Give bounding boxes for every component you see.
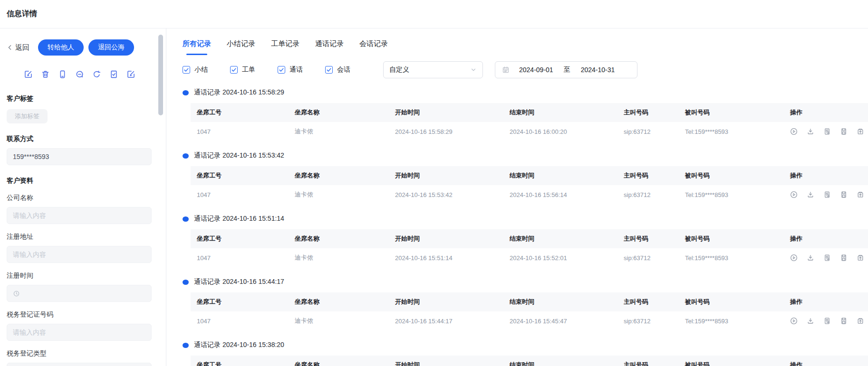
record-doc-icon[interactable] (840, 254, 848, 262)
table-header-row: 坐席工号坐席名称开始时间结束时间主叫号码被叫号码操作 (191, 229, 868, 248)
date-range-picker[interactable]: 2024-09-01 至 2024-10-31 (495, 61, 637, 78)
customer-tags-title: 客户标签 (7, 94, 152, 103)
tab-call-records[interactable]: 通话记录 (315, 39, 344, 55)
record-header: 通话记录 2024-10-16 15:38:20 (183, 341, 868, 349)
end-time-cell: 2024-10-16 15:56:14 (503, 191, 617, 198)
column-header: 坐席名称 (289, 171, 389, 180)
table-row: 1047迪卡侬2024-10-16 15:44:172024-10-16 15:… (191, 311, 868, 330)
date-end[interactable]: 2024-10-31 (581, 66, 615, 74)
filter-checkbox-summary[interactable]: 小结 (183, 66, 208, 74)
column-header: 被叫号码 (679, 108, 784, 117)
table-header-row: 坐席工号坐席名称开始时间结束时间主叫号码被叫号码操作 (191, 166, 868, 185)
download-icon[interactable] (807, 128, 814, 135)
tab-session-records[interactable]: 会话记录 (359, 39, 388, 55)
mobile-icon[interactable] (58, 70, 67, 79)
timeline-dot-icon (183, 216, 189, 222)
tax-reg-number-input[interactable] (7, 324, 152, 341)
page-title: 信息详情 (7, 9, 37, 19)
message-icon[interactable] (75, 70, 84, 79)
play-circle-icon[interactable] (790, 128, 798, 135)
detail-search-icon[interactable] (823, 254, 831, 262)
caller-cell: sip:63712 (617, 254, 679, 262)
table-row: 1047迪卡侬2024-10-16 15:51:142024-10-16 15:… (191, 248, 868, 267)
column-header: 坐席工号 (191, 361, 289, 366)
return-pool-button[interactable]: 退回公海 (88, 39, 134, 56)
column-header: 坐席名称 (289, 235, 389, 243)
checkbox-checked-icon (183, 66, 190, 74)
record-body: 坐席工号坐席名称开始时间结束时间主叫号码被叫号码操作 1047迪卡侬2024-1… (183, 229, 868, 267)
timeline-dot-icon (183, 343, 189, 348)
table-header-row: 坐席工号坐席名称开始时间结束时间主叫号码被叫号码操作 (191, 292, 868, 311)
column-header: 坐席名称 (289, 298, 389, 306)
archive-icon[interactable] (857, 191, 864, 198)
scrollbar-thumb[interactable] (158, 35, 163, 115)
company-name-input[interactable] (7, 207, 152, 224)
task-check-icon[interactable] (109, 70, 118, 79)
filter-checkbox-session[interactable]: 会话 (325, 66, 350, 74)
table-header-row: 坐席工号坐席名称开始时间结束时间主叫号码被叫号码操作 (191, 103, 868, 122)
column-header: 结束时间 (503, 298, 617, 306)
registered-address-input[interactable] (7, 246, 152, 263)
topbar: 信息详情 (0, 0, 868, 28)
tax-reg-number-label: 税务登记证号码 (7, 310, 152, 319)
start-time-cell: 2024-10-16 15:58:29 (389, 128, 503, 135)
timeline-record: 通话记录 2024-10-16 15:53:42 坐席工号坐席名称开始时间结束时… (183, 151, 868, 204)
table-header-row: 坐席工号坐席名称开始时间结束时间主叫号码被叫号码操作 (191, 356, 868, 366)
record-doc-icon[interactable] (840, 191, 848, 198)
registration-time-label: 注册时间 (7, 272, 152, 280)
download-icon[interactable] (807, 254, 814, 262)
record-doc-icon[interactable] (840, 128, 848, 135)
play-circle-icon[interactable] (790, 254, 798, 262)
archive-icon[interactable] (857, 128, 864, 135)
compose-icon[interactable] (126, 70, 135, 79)
end-time-cell: 2024-10-16 16:00:20 (503, 128, 617, 135)
tab-summary-records[interactable]: 小结记录 (227, 39, 255, 55)
add-tag-button[interactable]: 添加标签 (7, 109, 48, 123)
column-header: 结束时间 (503, 235, 617, 243)
detail-search-icon[interactable] (823, 128, 831, 135)
timeline: 通话记录 2024-10-16 15:58:29 坐席工号坐席名称开始时间结束时… (183, 88, 868, 366)
phone-input[interactable] (7, 148, 152, 165)
agent-name-cell: 迪卡侬 (289, 317, 389, 325)
records-panel: 所有记录 小结记录 工单记录 通话记录 会话记录 小结 工单 通话 (166, 28, 868, 366)
agent-id-cell: 1047 (191, 128, 289, 135)
tab-all-records[interactable]: 所有记录 (183, 39, 211, 55)
download-icon[interactable] (807, 317, 814, 325)
agent-name-cell: 迪卡侬 (289, 190, 389, 199)
detail-search-icon[interactable] (823, 191, 831, 198)
column-header: 被叫号码 (679, 235, 784, 243)
transfer-button[interactable]: 转给他人 (38, 39, 84, 56)
tab-ticket-records[interactable]: 工单记录 (271, 39, 299, 55)
quick-action-icons (7, 70, 152, 79)
column-header: 坐席工号 (191, 298, 289, 306)
record-body: 坐席工号坐席名称开始时间结束时间主叫号码被叫号码操作 1047迪卡侬2024-1… (183, 292, 868, 330)
column-header: 操作 (784, 108, 868, 117)
play-circle-icon[interactable] (790, 191, 798, 198)
agent-id-cell: 1047 (191, 318, 289, 325)
record-title: 通话记录 2024-10-16 15:51:14 (194, 215, 284, 223)
archive-icon[interactable] (857, 254, 864, 262)
call-record-table: 坐席工号坐席名称开始时间结束时间主叫号码被叫号码操作 1047迪卡侬2024-1… (191, 292, 868, 330)
registration-time-picker[interactable] (7, 285, 152, 302)
edit-icon[interactable] (24, 70, 33, 79)
column-header: 开始时间 (389, 235, 503, 243)
archive-icon[interactable] (857, 317, 864, 325)
tax-reg-type-select[interactable] (7, 363, 152, 366)
download-icon[interactable] (807, 191, 814, 198)
play-circle-icon[interactable] (790, 317, 798, 325)
column-header: 开始时间 (389, 298, 503, 306)
filter-checkbox-ticket[interactable]: 工单 (230, 66, 255, 74)
call-record-table: 坐席工号坐席名称开始时间结束时间主叫号码被叫号码操作 1047迪卡侬2024-1… (191, 103, 868, 141)
date-start[interactable]: 2024-09-01 (519, 66, 553, 74)
date-range-preset-select[interactable]: 自定义 (383, 61, 483, 78)
record-doc-icon[interactable] (840, 317, 848, 325)
customer-profile-title: 客户资料 (7, 177, 152, 185)
column-header: 开始时间 (389, 108, 503, 117)
content-layout: 返回 转给他人 退回公海 客户标签 添加标签 联系方式 客户资料 公司名称 (0, 28, 868, 366)
delete-icon[interactable] (41, 70, 50, 79)
detail-search-icon[interactable] (823, 317, 831, 325)
refresh-icon[interactable] (92, 70, 101, 79)
back-button[interactable]: 返回 (7, 43, 29, 52)
filter-checkbox-call[interactable]: 通话 (278, 66, 303, 74)
column-header: 坐席名称 (289, 361, 389, 366)
